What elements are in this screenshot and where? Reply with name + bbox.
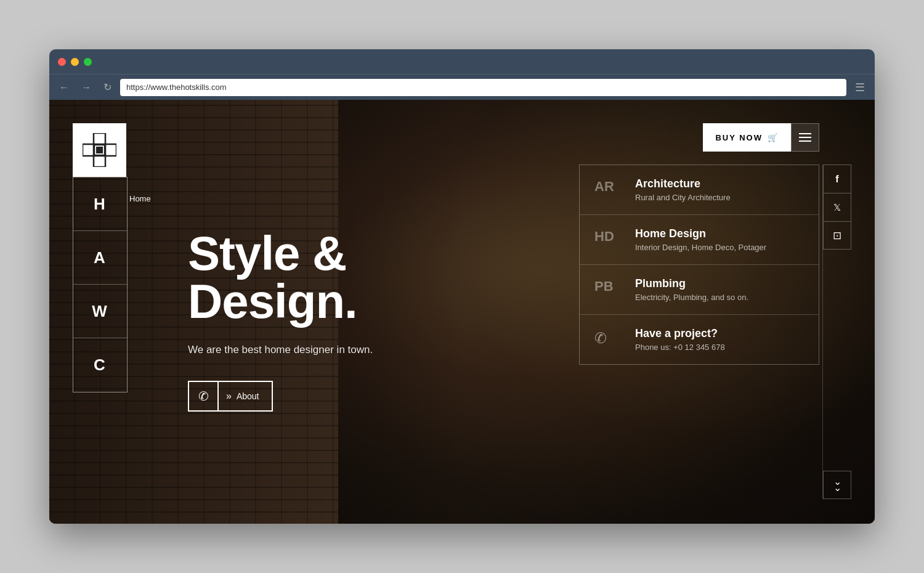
service-card-homedesign[interactable]: HD Home Design Interior Design, Home Dec… [580, 215, 819, 265]
scroll-down-button[interactable]: ⌄⌄ [823, 471, 851, 499]
about-label: About [237, 391, 259, 401]
service-title-architecture: Architecture [635, 177, 731, 190]
nav-letter-a[interactable]: A [73, 231, 127, 285]
logo-box[interactable] [73, 123, 126, 177]
website-content: H A W C Home Style &Design. We are the b… [49, 100, 875, 524]
close-dot[interactable] [58, 58, 66, 66]
hero-title: Style &Design. [188, 229, 373, 325]
scroll-down-icon: ⌄⌄ [833, 479, 841, 490]
social-sidebar: f 𝕏 ⊡ [823, 165, 851, 250]
service-title-contact: Have a project? [635, 327, 725, 340]
forward-button[interactable]: → [78, 79, 95, 96]
nav-letter-w[interactable]: W [73, 285, 127, 338]
service-abbr-ar: AR [594, 177, 624, 195]
twitter-button[interactable]: 𝕏 [823, 193, 851, 221]
svg-rect-4 [94, 155, 105, 167]
service-info-architecture: Architecture Rural and City Architecture [635, 177, 731, 202]
nav-letter-c[interactable]: C [73, 338, 127, 392]
service-card-contact[interactable]: ✆ Have a project? Phone us: +0 12 345 67… [580, 315, 819, 364]
service-abbr-pb: PB [594, 277, 624, 295]
instagram-icon: ⊡ [833, 229, 841, 242]
minimize-dot[interactable] [71, 58, 79, 66]
phone-button[interactable]: ✆ [188, 381, 219, 412]
service-title-homedesign: Home Design [635, 227, 766, 240]
service-desc-plumbing: Electricity, Plumbing, and so on. [635, 293, 748, 302]
phone-icon-large: ✆ [594, 327, 624, 347]
browser-titlebar [49, 49, 875, 74]
service-info-contact: Have a project? Phone us: +0 12 345 678 [635, 327, 725, 352]
about-button[interactable]: » About [219, 381, 273, 412]
service-desc-homedesign: Interior Design, Home Deco, Potager [635, 243, 766, 252]
top-bar: BUY NOW 🛒 [703, 123, 819, 152]
hero-buttons: ✆ » About [188, 381, 373, 412]
service-desc-architecture: Rural and City Architecture [635, 193, 731, 202]
hamburger-line-3 [799, 140, 811, 142]
address-bar[interactable] [120, 79, 846, 96]
service-info-plumbing: Plumbing Electricity, Plumbing, and so o… [635, 277, 748, 302]
hamburger-button[interactable] [791, 123, 819, 152]
service-cards: AR Architecture Rural and City Architect… [579, 165, 819, 365]
facebook-button[interactable]: f [823, 165, 851, 193]
service-card-architecture[interactable]: AR Architecture Rural and City Architect… [580, 165, 819, 215]
facebook-icon: f [835, 174, 838, 185]
browser-toolbar: ← → ↻ ☰ [49, 74, 875, 100]
service-title-plumbing: Plumbing [635, 277, 748, 290]
svg-rect-0 [94, 133, 105, 145]
maximize-dot[interactable] [84, 58, 92, 66]
hamburger-line-2 [799, 137, 811, 138]
buy-now-button[interactable]: BUY NOW 🛒 [703, 123, 791, 152]
buy-now-label: BUY NOW [715, 133, 763, 142]
hero-content: Style &Design. We are the best home desi… [188, 229, 373, 412]
nav-letter-h[interactable]: H [73, 177, 127, 231]
service-abbr-hd: HD [594, 227, 624, 245]
service-info-homedesign: Home Design Interior Design, Home Deco, … [635, 227, 766, 252]
instagram-button[interactable]: ⊡ [823, 221, 851, 250]
hero-subtitle: We are the best home designer in town. [188, 344, 373, 356]
browser-window: ← → ↻ ☰ H A W C [49, 49, 875, 524]
svg-rect-1 [83, 144, 94, 156]
home-label: Home [129, 194, 151, 203]
twitter-icon: 𝕏 [833, 202, 841, 213]
browser-menu-button[interactable]: ☰ [851, 78, 869, 97]
service-card-plumbing[interactable]: PB Plumbing Electricity, Plumbing, and s… [580, 265, 819, 315]
hamburger-line-1 [799, 133, 811, 134]
nav-letters: H A W C [73, 177, 128, 392]
service-desc-contact: Phone us: +0 12 345 678 [635, 343, 725, 352]
refresh-button[interactable]: ↻ [100, 79, 115, 96]
left-sidebar: H A W C [73, 123, 128, 392]
logo-icon [83, 133, 116, 167]
svg-rect-3 [105, 144, 116, 156]
cart-icon: 🛒 [768, 133, 779, 142]
phone-icon: ✆ [198, 389, 209, 404]
chevrons-icon: » [226, 391, 232, 402]
back-button[interactable]: ← [55, 79, 73, 96]
svg-rect-5 [96, 147, 103, 153]
